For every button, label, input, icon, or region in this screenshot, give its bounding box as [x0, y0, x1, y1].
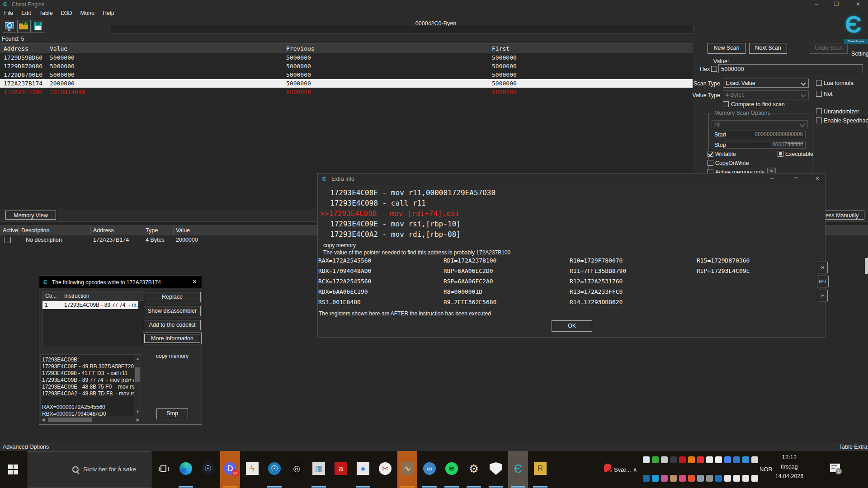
tray-speaker-icon[interactable]: [751, 475, 758, 482]
vertical-scrollbar[interactable]: ▲ ▼: [134, 355, 141, 416]
opcode-detail-area[interactable]: 17293E4C09B:17293E4C08E - 49 BB 307DA59E…: [40, 354, 141, 416]
tray-openai-icon[interactable]: [751, 456, 758, 463]
task-view-icon[interactable]: [158, 464, 170, 475]
save-table-button[interactable]: [32, 20, 45, 33]
region-dropdown[interactable]: All: [712, 120, 808, 129]
stop-button[interactable]: Stop: [156, 408, 188, 419]
tray-antivirus-icon[interactable]: [643, 456, 650, 463]
show-disassembler-button[interactable]: Show disassembler: [144, 306, 201, 316]
scroll-right-icon[interactable]: ▶: [137, 418, 140, 422]
column-value[interactable]: Value: [176, 227, 190, 234]
table-extras-link[interactable]: Table Extras: [839, 444, 868, 450]
scroll-down-icon[interactable]: ▼: [136, 409, 140, 414]
ipt-button[interactable]: IPT: [817, 276, 829, 287]
menu-help[interactable]: Help: [99, 10, 118, 16]
tray-mic-icon[interactable]: [733, 475, 740, 482]
column-address[interactable]: Address: [4, 45, 28, 52]
settings-link[interactable]: Settings: [851, 51, 868, 57]
next-scan-button[interactable]: Next Scan: [749, 43, 787, 54]
tray-edge2-icon[interactable]: [652, 475, 659, 482]
tray-discord-icon[interactable]: [670, 456, 677, 463]
start-button[interactable]: [0, 451, 27, 488]
replace-button[interactable]: Replace: [144, 292, 201, 302]
close-icon[interactable]: ✕: [192, 278, 197, 285]
taskbar-app-settings-gear[interactable]: ⚙: [464, 451, 484, 488]
scrollbar-thumb[interactable]: [135, 367, 140, 382]
scan-value-input[interactable]: 5000000: [718, 64, 863, 73]
menu-edit[interactable]: Edit: [17, 10, 35, 16]
taskbar-app-discord[interactable]: D9+: [220, 451, 240, 488]
tray-weather-label[interactable]: Svæ...: [614, 466, 631, 473]
unrandomizer-checkbox[interactable]: [816, 108, 822, 114]
weather-icon[interactable]: [604, 464, 611, 471]
taskbar-app-windows-security[interactable]: [486, 451, 506, 488]
new-scan-button[interactable]: New Scan: [708, 43, 745, 54]
tray-diamond-icon[interactable]: [697, 456, 704, 463]
horizontal-scrollbar[interactable]: ◀ ▶: [40, 417, 141, 423]
close-icon[interactable]: ✕: [812, 175, 822, 183]
tray-phone-icon[interactable]: [679, 475, 686, 482]
menu-table[interactable]: Table: [35, 10, 57, 16]
found-row[interactable]: 1729D8700E0500000050000005000000: [0, 70, 693, 79]
tray-hidden-icon[interactable]: [706, 475, 713, 482]
taskbar-app-snip[interactable]: ✂: [375, 451, 395, 488]
column-active[interactable]: Active: [3, 227, 18, 234]
menu-file[interactable]: File: [0, 10, 17, 16]
tray-play-icon[interactable]: [643, 475, 650, 482]
column-first[interactable]: First: [492, 45, 509, 52]
maximize-icon[interactable]: ❐: [831, 1, 841, 8]
minimize-icon[interactable]: –: [811, 1, 821, 8]
found-row[interactable]: 172A24F7290101881463950000005000000: [0, 88, 693, 96]
tray-paint-icon[interactable]: [661, 475, 668, 482]
taskbar-app-chrome-remote[interactable]: ●: [353, 451, 373, 488]
tray-clip-icon[interactable]: [724, 475, 731, 482]
tray-vlc-icon[interactable]: [706, 456, 713, 463]
minimize-icon[interactable]: –: [767, 175, 777, 183]
open-table-button[interactable]: [17, 20, 31, 33]
ok-button[interactable]: OK: [552, 320, 592, 332]
taskbar-app-edge[interactable]: [176, 451, 196, 488]
tray-grid-icon[interactable]: [661, 456, 668, 463]
taskbar-app-hwmonitor[interactable]: ▥: [309, 451, 329, 488]
close-icon[interactable]: ✕: [853, 1, 863, 8]
floats-button[interactable]: F: [818, 290, 828, 301]
scroll-left-icon[interactable]: ◀: [42, 418, 45, 422]
taskbar-app-spotify[interactable]: ≋: [442, 451, 462, 488]
tray-amd-icon[interactable]: [679, 456, 686, 463]
taskbar-app-winamp[interactable]: ϟ: [242, 451, 262, 488]
writable-checkbox[interactable]: [708, 151, 713, 157]
taskbar-app-ryza-game[interactable]: R: [530, 451, 550, 488]
column-address[interactable]: Address: [93, 227, 114, 234]
taskbar-app-wing-game[interactable]: ∿: [397, 451, 417, 488]
more-information-button[interactable]: More information: [143, 333, 202, 344]
taskbar-app-steam-running[interactable]: ☉: [264, 451, 284, 488]
taskbar-app-steam[interactable]: ☉: [198, 451, 218, 488]
tray-edge-icon[interactable]: [742, 456, 749, 463]
not-checkbox[interactable]: [816, 91, 822, 97]
notification-center-icon[interactable]: 1: [830, 464, 840, 472]
taskbar-app-obs[interactable]: ◎: [287, 451, 307, 488]
chevron-up-icon[interactable]: ∧: [633, 466, 637, 473]
speedhack-checkbox[interactable]: [816, 117, 822, 123]
column-value[interactable]: Value: [50, 45, 67, 52]
copyonwrite-checkbox[interactable]: [708, 160, 713, 166]
undo-scan-button[interactable]: Undo Scan: [810, 43, 848, 54]
opcode-row[interactable]: 1 17293E4C09B - 89 77 74 - m...: [42, 301, 138, 309]
executable-checkbox[interactable]: [778, 151, 783, 157]
column-description[interactable]: Description: [21, 227, 50, 234]
advanced-options-link[interactable]: Advanced Options: [3, 444, 49, 450]
tray-ring-icon[interactable]: [688, 456, 695, 463]
taskbar-app-amd-radeon[interactable]: a: [331, 451, 351, 488]
stacktrace-button[interactable]: S: [818, 262, 828, 273]
column-type[interactable]: Type: [146, 227, 158, 234]
select-process-button[interactable]: [3, 20, 16, 33]
add-to-codelist-button[interactable]: Add to the codelist: [144, 320, 201, 330]
column-instruction[interactable]: Instruction: [64, 293, 89, 299]
tray-qbittorrent-icon[interactable]: [733, 456, 740, 463]
tray-hp-icon[interactable]: [715, 475, 722, 482]
menu-d3d[interactable]: D3D: [57, 10, 76, 16]
hex-checkbox[interactable]: [711, 66, 717, 72]
extra-info-titlebar[interactable]: Є Extra info – □ ✕: [318, 174, 825, 185]
tray-dot-icon[interactable]: [715, 456, 722, 463]
tray-defender-icon[interactable]: [688, 475, 695, 482]
